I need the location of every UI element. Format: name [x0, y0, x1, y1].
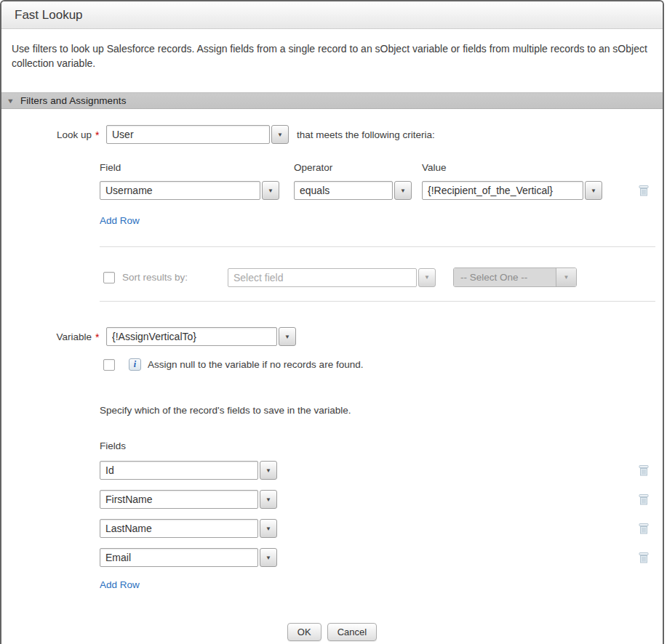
- filter-value-dropdown-icon[interactable]: ▼: [585, 181, 602, 200]
- variable-label: Variable: [31, 331, 92, 342]
- divider: [100, 301, 655, 302]
- delete-field-row-trash-icon[interactable]: [638, 523, 650, 535]
- fields-section-label: Fields: [100, 440, 663, 451]
- delete-field-row-trash-icon[interactable]: [638, 464, 650, 477]
- field-dropdown-icon[interactable]: ▼: [260, 519, 277, 538]
- filter-operator-dropdown-icon[interactable]: ▼: [394, 181, 412, 200]
- lookup-label: Look up: [31, 129, 92, 140]
- sort-row: Sort results by: ▼ -- Select One -- ▼: [103, 267, 655, 287]
- filter-value-combobox: ▼: [422, 181, 602, 200]
- field-row: ▼: [100, 461, 655, 480]
- sort-field-combobox: ▼: [228, 268, 436, 287]
- field-column-header: Field: [100, 162, 294, 173]
- variable-input[interactable]: [106, 327, 277, 346]
- ok-button[interactable]: OK: [287, 623, 321, 641]
- assign-null-checkbox[interactable]: [103, 359, 115, 371]
- filter-field-combobox: ▼: [100, 181, 279, 200]
- field-input-id[interactable]: [100, 461, 258, 480]
- lookup-object-input[interactable]: [106, 125, 270, 144]
- add-filter-row-link[interactable]: Add Row: [100, 215, 140, 226]
- field-dropdown-icon[interactable]: ▼: [260, 548, 277, 567]
- sort-order-value: -- Select One --: [454, 268, 556, 286]
- variable-row: Variable * ▼: [31, 327, 663, 346]
- dialog-description: Use filters to look up Salesforce record…: [1, 29, 664, 92]
- sort-order-dropdown-icon: ▼: [556, 268, 576, 286]
- field-input-lastname[interactable]: [100, 519, 258, 538]
- delete-field-row-trash-icon[interactable]: [638, 552, 650, 564]
- field-row: ▼: [100, 519, 655, 538]
- lookup-object-combobox: ▼: [106, 125, 289, 144]
- required-asterisk: *: [95, 331, 102, 343]
- field-combobox: ▼: [100, 548, 277, 567]
- field-input-firstname[interactable]: [100, 490, 258, 509]
- sort-field-input: [228, 268, 417, 287]
- field-dropdown-icon[interactable]: ▼: [260, 461, 277, 480]
- delete-filter-row-trash-icon[interactable]: [638, 185, 650, 197]
- sort-results-checkbox[interactable]: [103, 272, 115, 283]
- field-combobox: ▼: [100, 490, 277, 509]
- field-row: ▼: [100, 490, 655, 509]
- sort-order-select: -- Select One -- ▼: [453, 267, 577, 287]
- add-field-row-link[interactable]: Add Row: [100, 579, 140, 590]
- lookup-object-dropdown-icon[interactable]: ▼: [271, 125, 289, 144]
- variable-dropdown-icon[interactable]: ▼: [279, 327, 296, 346]
- assign-null-row: i Assign null to the variable if no reco…: [103, 358, 663, 371]
- info-icon[interactable]: i: [129, 358, 141, 371]
- fast-lookup-dialog: Fast Lookup Use filters to look up Sales…: [0, 0, 664, 644]
- lookup-row: Look up * ▼ that meets the following cri…: [31, 125, 663, 144]
- filter-field-dropdown-icon[interactable]: ▼: [262, 181, 279, 200]
- page-title: Fast Lookup: [15, 8, 83, 23]
- field-input-email[interactable]: [100, 548, 258, 567]
- sort-results-label: Sort results by:: [122, 272, 213, 283]
- field-row: ▼: [100, 548, 655, 567]
- field-combobox: ▼: [100, 461, 277, 480]
- dialog-title-bar: Fast Lookup: [1, 1, 663, 29]
- filter-field-input[interactable]: [100, 181, 260, 200]
- filter-value-input[interactable]: [422, 181, 583, 200]
- filter-row: ▼ ▼ ▼: [100, 181, 655, 200]
- value-column-header: Value: [422, 162, 447, 173]
- required-asterisk: *: [95, 129, 102, 141]
- field-combobox: ▼: [100, 519, 277, 538]
- operator-column-header: Operator: [294, 162, 422, 173]
- filter-operator-combobox: ▼: [294, 181, 412, 200]
- field-dropdown-icon[interactable]: ▼: [260, 490, 277, 509]
- dialog-footer: OK Cancel: [1, 623, 663, 641]
- sort-field-dropdown-icon: ▼: [418, 268, 436, 287]
- section-header-filters-and-assignments[interactable]: ▼ Filters and Assignments: [1, 92, 663, 109]
- filter-operator-input[interactable]: [294, 181, 393, 200]
- section-header-label: Filters and Assignments: [20, 95, 127, 106]
- divider: [100, 246, 655, 247]
- criteria-text: that meets the following criteria:: [297, 129, 435, 140]
- filter-column-headers: Field Operator Value: [100, 162, 663, 173]
- variable-combobox: ▼: [106, 327, 296, 346]
- cancel-button[interactable]: Cancel: [327, 623, 377, 641]
- collapse-twisty-icon[interactable]: ▼: [7, 97, 15, 105]
- fields-instruction: Specify which of the record's fields to …: [100, 405, 663, 416]
- delete-field-row-trash-icon[interactable]: [638, 494, 650, 506]
- assign-null-label: Assign null to the variable if no record…: [148, 359, 363, 370]
